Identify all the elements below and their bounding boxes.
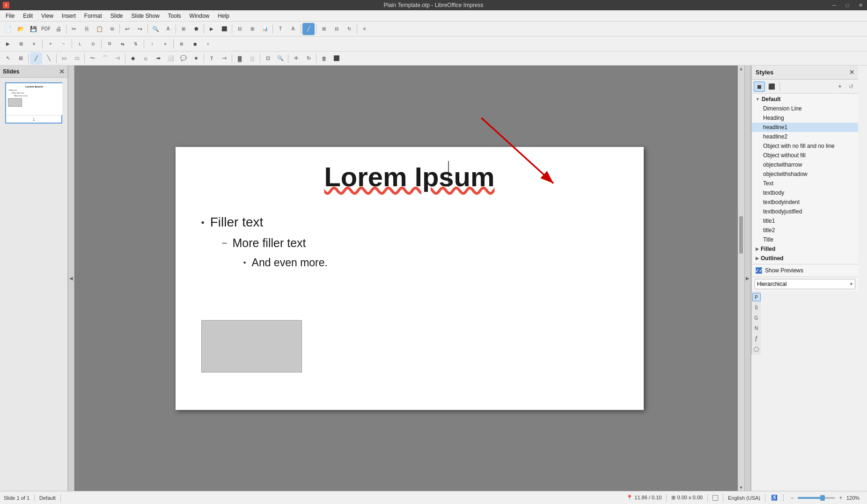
style-object-without-fill[interactable]: Object without fill <box>752 151 858 160</box>
vscroll-down-arrow[interactable]: ▼ <box>738 484 744 491</box>
shadow-btn[interactable]: ▪ <box>202 38 214 50</box>
right-canvas-handle[interactable]: ▶ <box>744 66 751 491</box>
zoom-slider[interactable] <box>798 497 835 499</box>
style-group-filled[interactable]: ▶ Filled <box>752 244 858 254</box>
hierarchical-dropdown[interactable]: Hierarchical All Styles Applied Styles <box>755 279 855 289</box>
styles-graphics-btn[interactable]: ◼ <box>754 81 765 92</box>
mirror-btn[interactable]: ⇅ <box>130 38 142 50</box>
snap-btn[interactable]: ⊞ <box>176 38 188 50</box>
start-show-button[interactable]: ▶ <box>206 23 218 35</box>
rotate-btn[interactable]: ↻ <box>343 23 355 35</box>
line-draw-btn[interactable]: ╱ <box>30 52 42 65</box>
left-collapse-handle[interactable]: ◀ <box>68 66 74 491</box>
delete-slide-btn[interactable]: − <box>58 38 70 50</box>
flowchart-btn[interactable]: ⬜ <box>165 52 177 65</box>
menu-help[interactable]: Help <box>214 11 233 21</box>
rect-btn[interactable]: ▭ <box>58 52 70 65</box>
navigator-icon[interactable]: N <box>752 324 761 332</box>
tab-view-btn[interactable]: ⊞ <box>15 38 27 50</box>
text-box-btn[interactable]: T <box>274 23 287 35</box>
zoom-in-btn[interactable]: + <box>837 494 845 502</box>
insert-slide-btn[interactable]: + <box>44 38 57 50</box>
slide-design-btn[interactable]: D <box>87 38 99 50</box>
color-fill-btn[interactable]: ◼ <box>189 38 201 50</box>
open-button[interactable]: 📂 <box>15 23 27 35</box>
smiley-btn[interactable]: ☺ <box>140 52 152 65</box>
menu-window[interactable]: Window <box>186 11 213 21</box>
extrude-btn[interactable]: ⬛ <box>331 52 343 65</box>
paste-button[interactable]: 📋 <box>93 23 105 35</box>
arrow-shapes-btn[interactable]: ➡ <box>152 52 164 65</box>
select-tab-btn[interactable]: ⊞ <box>15 52 27 65</box>
view-grid-button[interactable]: ⊞ <box>177 23 190 35</box>
slide-layout-btn[interactable]: L <box>74 38 86 50</box>
minimize-button[interactable]: ─ <box>828 0 841 10</box>
table-btn[interactable]: ⊞ <box>246 23 258 35</box>
duplicate-btn[interactable]: ⧉ <box>103 38 116 50</box>
delete-draw-btn[interactable]: 🗑 <box>318 52 330 65</box>
style-title2[interactable]: title2 <box>752 226 858 235</box>
zoom-out-btn[interactable]: − <box>788 494 796 502</box>
style-title[interactable]: Title <box>752 235 858 244</box>
slide-show-btn2[interactable]: ⬛ <box>218 23 230 35</box>
slides-panel-close[interactable]: ✕ <box>59 68 65 75</box>
callout-btn[interactable]: 💬 <box>177 52 190 65</box>
show-previews-checkbox[interactable]: ✓ <box>756 267 762 274</box>
redo-button[interactable]: ↪ <box>134 23 146 35</box>
stars-btn[interactable]: ★ <box>190 52 202 65</box>
vscroll-thumb[interactable] <box>739 216 743 254</box>
style-heading[interactable]: Heading <box>752 113 858 123</box>
menu-slideshow[interactable]: Slide Show <box>128 11 163 21</box>
clone-button[interactable]: ⧉ <box>106 23 118 35</box>
select-btn[interactable]: ↖ <box>2 52 14 65</box>
ellipse-btn[interactable]: ⬭ <box>71 52 83 65</box>
style-group-default[interactable]: ▼ Default <box>752 95 858 104</box>
fontwork-btn[interactable]: A <box>287 23 299 35</box>
arrange-btn[interactable]: ↕ <box>146 38 158 50</box>
cut-button[interactable]: ✂ <box>68 23 80 35</box>
group-btn[interactable]: ⊞ <box>318 23 330 35</box>
design-icon[interactable]: ◯ <box>752 344 761 353</box>
styles-icon[interactable]: S <box>752 303 761 312</box>
copy-button[interactable]: ⎘ <box>81 23 93 35</box>
print-button[interactable]: 🖨 <box>52 23 65 35</box>
menu-slide[interactable]: Slide <box>107 11 127 21</box>
shadow-draw-btn[interactable]: ▓ <box>234 52 246 65</box>
text-vert-btn[interactable]: T <box>218 52 230 65</box>
menu-insert[interactable]: Insert <box>58 11 80 21</box>
layout-btn[interactable]: ⊟ <box>234 23 246 35</box>
style-headline2[interactable]: headline2 <box>752 132 858 141</box>
accessibility-icon[interactable]: ♿ <box>770 494 779 502</box>
chart-btn[interactable]: 📊 <box>259 23 271 35</box>
ungroup-btn[interactable]: ⊟ <box>331 23 343 35</box>
style-title1[interactable]: title1 <box>752 216 858 226</box>
curve-btn[interactable]: ⌒ <box>99 52 111 65</box>
style-textbodyindent[interactable]: textbodyindent <box>752 197 858 207</box>
style-objectwitharrow[interactable]: objectwitharrow <box>752 160 858 169</box>
style-headline1[interactable]: headline1 <box>752 123 858 132</box>
shadow-offset-btn[interactable]: ░ <box>246 52 258 65</box>
style-dimension-line[interactable]: Dimension Line <box>752 104 858 113</box>
move-btn[interactable]: ✛ <box>290 52 302 65</box>
maximize-button[interactable]: □ <box>841 0 854 10</box>
zoom-draw-btn[interactable]: 🔍 <box>274 52 287 65</box>
align-btn[interactable]: ≡ <box>159 38 171 50</box>
connector-btn[interactable]: ⊣ <box>111 52 124 65</box>
menu-edit[interactable]: Edit <box>19 11 37 21</box>
styles-new-btn[interactable]: ✦ <box>835 81 845 92</box>
export-pdf-button[interactable]: PDF <box>40 23 52 35</box>
undo-button[interactable]: ↩ <box>121 23 133 35</box>
presentation-btn[interactable]: ▶ <box>2 38 14 50</box>
style-group-outlined[interactable]: ▶ Outlined <box>752 254 858 263</box>
outline-btn[interactable]: ≡ <box>28 38 40 50</box>
style-textbodyjustfied[interactable]: textbodyjustfied <box>752 207 858 216</box>
zoom-slider-thumb[interactable] <box>820 495 825 501</box>
styles-presentation-btn[interactable]: ⬛ <box>766 81 777 92</box>
line-btn-active[interactable]: ╱ <box>302 23 315 35</box>
vscroll-up-arrow[interactable]: ▲ <box>738 66 744 72</box>
menu-format[interactable]: Format <box>81 11 106 21</box>
new-button[interactable]: 📄 <box>2 23 14 35</box>
properties-icon[interactable]: P <box>752 293 761 301</box>
flip-btn[interactable]: ⇆ <box>117 38 129 50</box>
canvas-vscrollbar[interactable]: ▲ ▼ <box>738 66 744 491</box>
